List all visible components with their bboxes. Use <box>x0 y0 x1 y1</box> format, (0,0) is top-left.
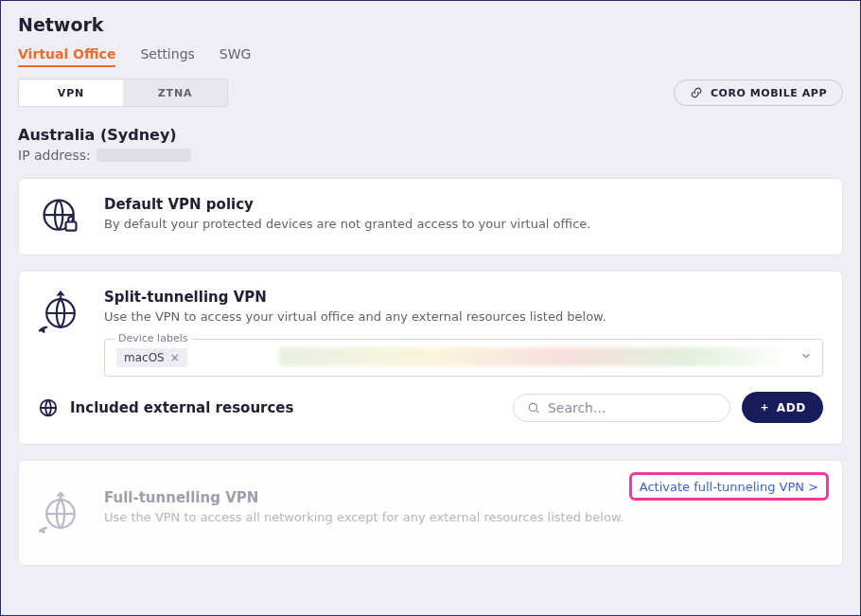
link-icon <box>690 86 703 99</box>
full-tunnel-desc: Use the VPN to access all networking exc… <box>104 510 624 524</box>
ip-address-redacted <box>97 149 191 162</box>
search-input[interactable]: Search... <box>513 394 730 422</box>
activate-full-tunnel-link[interactable]: Activate full-tunneling VPN > <box>640 480 818 494</box>
svg-point-4 <box>529 403 536 411</box>
split-tunnel-title: Split-tunnelling VPN <box>104 289 823 306</box>
tab-settings[interactable]: Settings <box>140 43 194 67</box>
chevron-down-icon[interactable] <box>800 349 813 362</box>
subtab-ztna[interactable]: ZTNA <box>123 79 227 106</box>
card-split-tunnel: Split-tunnelling VPN Use the VPN to acce… <box>18 271 843 445</box>
close-icon[interactable]: × <box>170 351 180 364</box>
location-name: Australia (Sydney) <box>18 126 843 144</box>
globe-full-icon <box>38 489 83 538</box>
subtab-group: VPN ZTNA <box>18 79 228 107</box>
location-block: Australia (Sydney) IP address: <box>18 126 843 163</box>
search-icon <box>527 401 540 414</box>
globe-small-icon <box>38 397 59 418</box>
chip-label: macOS <box>124 351 165 364</box>
svg-rect-1 <box>66 222 77 231</box>
ip-address-label: IP address: <box>18 148 91 163</box>
default-policy-title: Default VPN policy <box>104 196 590 213</box>
redacted-chips <box>279 347 790 366</box>
coro-mobile-app-label: CORO MOBILE APP <box>711 87 827 99</box>
card-full-tunnel: Activate full-tunneling VPN > Full-tunne… <box>18 460 843 566</box>
page-title: Network <box>18 14 843 35</box>
default-policy-desc: By default your protected devices are no… <box>104 217 590 231</box>
coro-mobile-app-button[interactable]: CORO MOBILE APP <box>674 79 843 106</box>
external-resources-title: Included external resources <box>70 399 293 416</box>
tab-virtual-office[interactable]: Virtual Office <box>18 43 115 67</box>
chip-macos[interactable]: macOS × <box>116 348 187 367</box>
add-button[interactable]: ＋ ADD <box>742 392 823 423</box>
card-default-vpn-policy: Default VPN policy By default your prote… <box>18 178 843 255</box>
tabs-bar: Virtual Office Settings SWG <box>18 43 843 67</box>
device-labels-field[interactable]: Device labels macOS × <box>104 339 823 377</box>
add-label: ADD <box>777 401 806 414</box>
split-tunnel-desc: Use the VPN to access your virtual offic… <box>104 309 823 324</box>
device-labels-legend: Device labels <box>114 332 191 344</box>
subtab-vpn[interactable]: VPN <box>19 79 123 106</box>
globe-lock-icon <box>38 196 83 238</box>
plus-icon: ＋ <box>759 399 771 415</box>
activate-full-tunnel-highlight: Activate full-tunneling VPN > <box>629 472 829 501</box>
globe-split-icon <box>38 289 83 338</box>
full-tunnel-title: Full-tunnelling VPN <box>104 489 624 506</box>
search-placeholder: Search... <box>548 400 606 415</box>
tab-swg[interactable]: SWG <box>220 43 252 67</box>
